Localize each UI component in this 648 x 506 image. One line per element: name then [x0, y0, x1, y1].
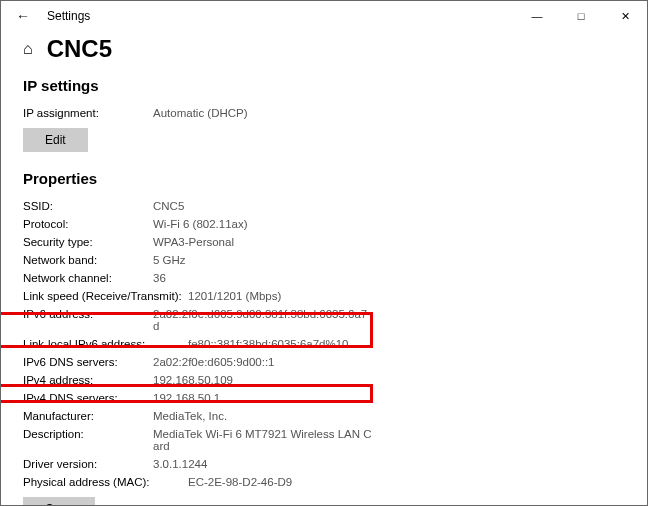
- property-row: IPv6 address:2a02:2f0e:d605:9d00:381f:38…: [23, 305, 625, 335]
- property-row: Network band:5 GHz: [23, 251, 625, 269]
- property-label: Security type:: [23, 236, 153, 248]
- property-row: Protocol:Wi-Fi 6 (802.11ax): [23, 215, 625, 233]
- property-label: Network channel:: [23, 272, 153, 284]
- properties-heading: Properties: [23, 170, 625, 187]
- property-value: 3.0.1.1244: [153, 458, 207, 470]
- ip-assignment-row: IP assignment: Automatic (DHCP): [23, 104, 625, 122]
- property-value: Wi-Fi 6 (802.11ax): [153, 218, 248, 230]
- property-row: IPv6 DNS servers:2a02:2f0e:d605:9d00::1: [23, 353, 625, 371]
- property-label: IPv4 address:: [23, 374, 153, 386]
- page-title: CNC5: [47, 35, 112, 63]
- property-row: Description:MediaTek Wi-Fi 6 MT7921 Wire…: [23, 425, 625, 455]
- home-icon[interactable]: ⌂: [23, 40, 33, 58]
- property-row: Physical address (MAC):EC-2E-98-D2-46-D9: [23, 473, 625, 491]
- property-row: Link-local IPv6 address:fe80::381f:38bd:…: [23, 335, 625, 353]
- property-row: Link speed (Receive/Transmit):1201/1201 …: [23, 287, 625, 305]
- property-label: Protocol:: [23, 218, 153, 230]
- property-row: Manufacturer:MediaTek, Inc.: [23, 407, 625, 425]
- property-value: 192.168.50.109: [153, 374, 233, 386]
- property-label: Physical address (MAC):: [23, 476, 188, 488]
- property-row: IPv4 address:192.168.50.109: [23, 371, 625, 389]
- property-label: Driver version:: [23, 458, 153, 470]
- property-value: fe80::381f:38bd:6035:6a7d%10: [188, 338, 349, 350]
- property-row: Security type:WPA3-Personal: [23, 233, 625, 251]
- property-value: 192.168.50.1: [153, 392, 220, 404]
- property-value: MediaTek, Inc.: [153, 410, 227, 422]
- property-value: 1201/1201 (Mbps): [188, 290, 281, 302]
- property-value: WPA3-Personal: [153, 236, 234, 248]
- ip-settings-heading: IP settings: [23, 77, 625, 94]
- minimize-button[interactable]: ―: [515, 1, 559, 31]
- property-label: Link-local IPv6 address:: [23, 338, 188, 350]
- property-label: Description:: [23, 428, 153, 440]
- app-title: Settings: [47, 9, 90, 23]
- close-button[interactable]: ✕: [603, 1, 647, 31]
- property-value: 2a02:2f0e:d605:9d00::1: [153, 356, 275, 368]
- property-label: Manufacturer:: [23, 410, 153, 422]
- property-row: SSID:CNC5: [23, 197, 625, 215]
- property-label: Link speed (Receive/Transmit):: [23, 290, 188, 302]
- edit-button[interactable]: Edit: [23, 128, 88, 152]
- property-row: IPv4 DNS servers:192.168.50.1: [23, 389, 625, 407]
- titlebar: ← Settings ― □ ✕: [1, 1, 647, 31]
- property-value: CNC5: [153, 200, 184, 212]
- copy-button[interactable]: Copy: [23, 497, 95, 506]
- property-label: SSID:: [23, 200, 153, 212]
- property-value: 36: [153, 272, 166, 284]
- page-header: ⌂ CNC5: [23, 35, 625, 63]
- property-label: IPv4 DNS servers:: [23, 392, 153, 404]
- ip-assignment-label: IP assignment:: [23, 107, 153, 119]
- content: ⌂ CNC5 IP settings IP assignment: Automa…: [1, 35, 647, 506]
- property-label: IPv6 DNS servers:: [23, 356, 153, 368]
- property-value: 2a02:2f0e:d605:9d00:381f:38bd:6035:6a7d: [153, 308, 373, 332]
- back-button[interactable]: ←: [9, 8, 37, 24]
- property-value: EC-2E-98-D2-46-D9: [188, 476, 292, 488]
- properties-list: SSID:CNC5Protocol:Wi-Fi 6 (802.11ax)Secu…: [23, 197, 625, 491]
- property-row: Network channel:36: [23, 269, 625, 287]
- property-value: MediaTek Wi-Fi 6 MT7921 Wireless LAN Car…: [153, 428, 373, 452]
- maximize-button[interactable]: □: [559, 1, 603, 31]
- property-label: Network band:: [23, 254, 153, 266]
- property-value: 5 GHz: [153, 254, 186, 266]
- ip-assignment-value: Automatic (DHCP): [153, 107, 248, 119]
- property-label: IPv6 address:: [23, 308, 153, 320]
- property-row: Driver version:3.0.1.1244: [23, 455, 625, 473]
